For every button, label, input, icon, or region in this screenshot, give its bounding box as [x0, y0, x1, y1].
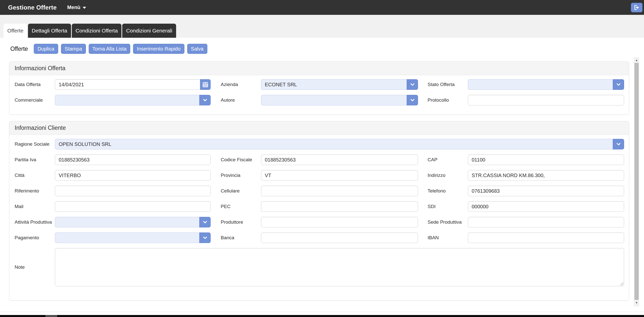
- tab-offerte[interactable]: Offerte: [4, 24, 27, 38]
- tab-bar: Offerte Dettagli Offerta Condizioni Offe…: [0, 15, 644, 38]
- partita-iva-input[interactable]: [55, 154, 211, 165]
- vertical-scrollbar[interactable]: ▲ ▼: [634, 57, 639, 306]
- offer-info-body: Data Offerta: [9, 75, 629, 114]
- data-offerta-group: [55, 79, 211, 90]
- ragione-sociale-select[interactable]: OPEN SOLUTION SRL: [55, 139, 624, 149]
- pagamento-dropdown-button[interactable]: [199, 232, 211, 243]
- autore-label: Autore: [221, 97, 261, 103]
- form-row: Ragione Sociale OPEN SOLUTION SRL: [15, 139, 624, 149]
- inserimento-rapido-button[interactable]: Inserimento Rapido: [133, 44, 184, 54]
- attivita-produttiva-select[interactable]: [55, 217, 211, 227]
- calendar-button[interactable]: [200, 79, 211, 90]
- cellulare-label: Cellulare: [221, 188, 261, 194]
- menu-label: Menù: [67, 5, 80, 10]
- iban-label: IBAN: [428, 235, 468, 241]
- citta-input[interactable]: [55, 170, 211, 181]
- tab-condizioni-offerta[interactable]: Condizioni Offerta: [72, 24, 122, 38]
- tab-dettagli-offerta[interactable]: Dettagli Offerta: [28, 24, 71, 38]
- scrollbar-thumb[interactable]: [634, 63, 639, 300]
- ragione-sociale-dropdown-button[interactable]: [613, 139, 624, 149]
- produttore-label: Produttore: [221, 219, 261, 225]
- telefono-input[interactable]: [468, 186, 624, 196]
- taskbar-item: [45, 315, 57, 317]
- protocollo-input[interactable]: [468, 95, 624, 105]
- form-row: Attività Produttiva Produttore Sede Prod…: [15, 217, 624, 227]
- indirizzo-label: Indirizzo: [428, 173, 468, 178]
- attivita-produttiva-dropdown-button[interactable]: [199, 217, 211, 227]
- mail-label: Mail: [15, 204, 55, 209]
- sede-produttiva-label: Sede Produttiva: [428, 219, 468, 225]
- form-row: Pagamento Banca IBAN: [15, 232, 624, 243]
- riferimento-label: Riferimento: [15, 188, 55, 194]
- stato-offerta-dropdown-button[interactable]: [613, 79, 624, 90]
- chevron-down-icon: [616, 142, 621, 147]
- scroll-down-arrow[interactable]: ▼: [634, 300, 639, 305]
- tab-condizioni-generali[interactable]: Condizioni Generali: [122, 24, 176, 38]
- banca-label: Banca: [221, 235, 261, 241]
- chevron-down-icon: [203, 220, 208, 225]
- cap-label: CAP: [428, 157, 468, 163]
- protocollo-cell: [468, 95, 624, 105]
- chevron-down-icon: [203, 98, 208, 103]
- chevron-down-icon: [616, 82, 621, 87]
- produttore-input[interactable]: [261, 217, 418, 227]
- form-row: Data Offerta: [15, 79, 624, 90]
- client-info-header: Informazioni Cliente: [9, 121, 629, 135]
- form-row: Mail PEC SDI: [15, 201, 624, 212]
- azienda-select[interactable]: ECONET SRL: [261, 79, 418, 90]
- indirizzo-input[interactable]: [468, 170, 624, 181]
- data-offerta-label: Data Offerta: [15, 82, 55, 87]
- provincia-label: Provincia: [221, 173, 261, 178]
- toolbar: Offerte Duplica Stampa Torna Alla Lista …: [0, 38, 634, 61]
- citta-label: Città: [15, 173, 55, 178]
- pagamento-label: Pagamento: [15, 235, 55, 241]
- protocollo-label: Protocollo: [428, 97, 468, 103]
- torna-alla-lista-button[interactable]: Torna Alla Lista: [89, 44, 131, 54]
- stato-offerta-label: Stato Offerta: [428, 82, 468, 87]
- sdi-input[interactable]: [468, 201, 624, 212]
- chevron-down-icon: [410, 98, 415, 103]
- stato-offerta-select[interactable]: [468, 79, 624, 90]
- codice-fiscale-input[interactable]: [261, 154, 418, 165]
- azienda-selected-value: ECONET SRL: [265, 82, 297, 88]
- pagamento-select[interactable]: [55, 232, 211, 243]
- codice-fiscale-label: Codice Fiscale: [221, 157, 261, 163]
- mail-input[interactable]: [55, 201, 211, 212]
- ragione-sociale-selected-value: OPEN SOLUTION SRL: [59, 141, 111, 147]
- commerciale-dropdown-button[interactable]: [199, 95, 211, 105]
- riferimento-input[interactable]: [55, 186, 211, 196]
- partita-iva-label: Partita Iva: [15, 157, 55, 163]
- pec-input[interactable]: [261, 201, 418, 212]
- commerciale-label: Commerciale: [15, 97, 55, 103]
- offer-info-panel: Informazioni Offerta Data Offerta: [9, 61, 629, 115]
- note-textarea[interactable]: [55, 248, 624, 286]
- azienda-dropdown-button[interactable]: [407, 79, 418, 90]
- azienda-label: Azienda: [221, 82, 261, 87]
- menu-button[interactable]: Menù: [67, 5, 86, 10]
- duplica-button[interactable]: Duplica: [34, 44, 58, 54]
- app-title: Gestione Offerte: [8, 4, 57, 11]
- note-label: Note: [15, 264, 55, 270]
- autore-dropdown-button[interactable]: [407, 95, 418, 105]
- scroll-up-arrow[interactable]: ▲: [634, 57, 639, 63]
- main-content: Offerte Duplica Stampa Torna Alla Lista …: [0, 38, 634, 301]
- chevron-down-icon: [410, 82, 415, 87]
- stampa-button[interactable]: Stampa: [61, 44, 86, 54]
- telefono-label: Telefono: [428, 188, 468, 194]
- banca-input[interactable]: [261, 232, 418, 243]
- sign-out-icon: [633, 4, 640, 11]
- cellulare-input[interactable]: [261, 186, 418, 196]
- cap-input[interactable]: [468, 154, 624, 165]
- iban-input[interactable]: [468, 232, 624, 243]
- autore-select[interactable]: [261, 95, 418, 105]
- pec-label: PEC: [221, 204, 261, 209]
- commerciale-select[interactable]: [55, 95, 211, 105]
- form-row: Riferimento Cellulare Telefono: [15, 186, 624, 196]
- salva-button[interactable]: Salva: [187, 44, 207, 54]
- client-info-panel: Informazioni Cliente Ragione Sociale OPE…: [9, 121, 629, 301]
- form-row: Commerciale Autore: [15, 95, 624, 105]
- provincia-input[interactable]: [261, 170, 418, 181]
- sede-produttiva-input[interactable]: [468, 217, 624, 227]
- logout-button[interactable]: [631, 3, 642, 12]
- data-offerta-input[interactable]: [55, 79, 200, 90]
